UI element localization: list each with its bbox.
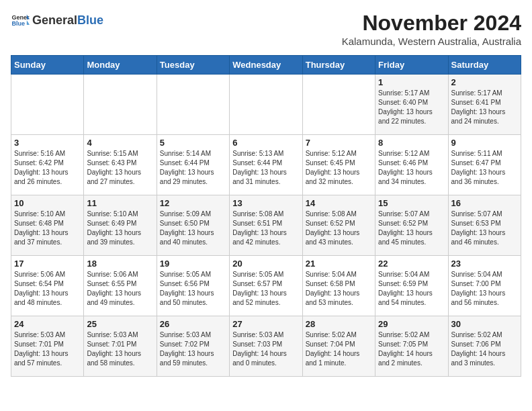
day-info: Sunrise: 5:03 AM Sunset: 7:01 PM Dayligh… <box>14 330 81 368</box>
day-cell: 19Sunrise: 5:05 AM Sunset: 6:56 PM Dayli… <box>157 256 229 316</box>
day-info: Sunrise: 5:04 AM Sunset: 7:00 PM Dayligh… <box>451 270 518 308</box>
day-number: 28 <box>306 319 372 329</box>
day-header-saturday: Saturday <box>448 56 521 75</box>
day-info: Sunrise: 5:08 AM Sunset: 6:52 PM Dayligh… <box>306 210 372 247</box>
day-cell: 10Sunrise: 5:10 AM Sunset: 6:48 PM Dayli… <box>11 195 84 256</box>
day-info: Sunrise: 5:05 AM Sunset: 6:57 PM Dayligh… <box>232 270 299 308</box>
day-cell: 20Sunrise: 5:05 AM Sunset: 6:57 PM Dayli… <box>230 256 302 316</box>
day-info: Sunrise: 5:11 AM Sunset: 6:47 PM Dayligh… <box>451 149 518 187</box>
day-cell <box>230 75 302 135</box>
day-header-monday: Monday <box>84 56 157 75</box>
day-cell: 3Sunrise: 5:16 AM Sunset: 6:42 PM Daylig… <box>11 135 84 195</box>
title-area: November 2024 Kalamunda, Western Austral… <box>342 11 521 47</box>
day-number: 17 <box>14 259 81 269</box>
day-info: Sunrise: 5:03 AM Sunset: 7:01 PM Dayligh… <box>87 330 153 368</box>
day-cell: 6Sunrise: 5:13 AM Sunset: 6:44 PM Daylig… <box>230 135 302 195</box>
day-info: Sunrise: 5:15 AM Sunset: 6:43 PM Dayligh… <box>87 149 153 187</box>
day-cell <box>84 75 157 135</box>
day-info: Sunrise: 5:14 AM Sunset: 6:44 PM Dayligh… <box>160 149 226 187</box>
day-cell: 18Sunrise: 5:06 AM Sunset: 6:55 PM Dayli… <box>84 256 157 316</box>
week-row-5: 24Sunrise: 5:03 AM Sunset: 7:01 PM Dayli… <box>11 316 521 377</box>
day-number: 12 <box>160 198 226 208</box>
day-cell: 27Sunrise: 5:03 AM Sunset: 7:03 PM Dayli… <box>230 316 302 377</box>
day-cell: 2Sunrise: 5:17 AM Sunset: 6:41 PM Daylig… <box>448 75 521 135</box>
day-info: Sunrise: 5:10 AM Sunset: 6:49 PM Dayligh… <box>87 210 153 247</box>
day-cell: 30Sunrise: 5:02 AM Sunset: 7:06 PM Dayli… <box>448 316 521 377</box>
day-info: Sunrise: 5:02 AM Sunset: 7:04 PM Dayligh… <box>306 330 372 368</box>
day-info: Sunrise: 5:07 AM Sunset: 6:53 PM Dayligh… <box>451 210 518 247</box>
day-number: 11 <box>87 198 153 208</box>
day-cell: 11Sunrise: 5:10 AM Sunset: 6:49 PM Dayli… <box>84 195 157 256</box>
day-number: 23 <box>451 259 518 269</box>
day-number: 27 <box>232 319 299 329</box>
logo: General Blue GeneralBlue <box>11 11 103 30</box>
day-cell: 17Sunrise: 5:06 AM Sunset: 6:54 PM Dayli… <box>11 256 84 316</box>
day-cell: 21Sunrise: 5:04 AM Sunset: 6:58 PM Dayli… <box>302 256 375 316</box>
day-cell: 4Sunrise: 5:15 AM Sunset: 6:43 PM Daylig… <box>84 135 157 195</box>
day-number: 5 <box>160 138 226 148</box>
day-cell: 16Sunrise: 5:07 AM Sunset: 6:53 PM Dayli… <box>448 195 521 256</box>
day-cell: 22Sunrise: 5:04 AM Sunset: 6:59 PM Dayli… <box>375 256 448 316</box>
day-header-wednesday: Wednesday <box>230 56 302 75</box>
day-cell: 13Sunrise: 5:08 AM Sunset: 6:51 PM Dayli… <box>230 195 302 256</box>
week-row-2: 3Sunrise: 5:16 AM Sunset: 6:42 PM Daylig… <box>11 135 521 195</box>
day-number: 24 <box>14 319 81 329</box>
day-cell: 1Sunrise: 5:17 AM Sunset: 6:40 PM Daylig… <box>375 75 448 135</box>
day-number: 29 <box>378 319 445 329</box>
day-number: 2 <box>451 77 518 87</box>
day-info: Sunrise: 5:02 AM Sunset: 7:05 PM Dayligh… <box>378 330 445 368</box>
day-number: 30 <box>451 319 518 329</box>
day-number: 7 <box>306 138 372 148</box>
day-cell <box>302 75 375 135</box>
day-cell: 24Sunrise: 5:03 AM Sunset: 7:01 PM Dayli… <box>11 316 84 377</box>
day-cell: 23Sunrise: 5:04 AM Sunset: 7:00 PM Dayli… <box>448 256 521 316</box>
day-header-thursday: Thursday <box>302 56 375 75</box>
day-header-friday: Friday <box>375 56 448 75</box>
day-number: 22 <box>378 259 445 269</box>
day-number: 26 <box>160 319 226 329</box>
svg-text:Blue: Blue <box>11 20 25 27</box>
day-number: 15 <box>378 198 445 208</box>
day-number: 8 <box>378 138 445 148</box>
day-info: Sunrise: 5:05 AM Sunset: 6:56 PM Dayligh… <box>160 270 226 308</box>
week-row-4: 17Sunrise: 5:06 AM Sunset: 6:54 PM Dayli… <box>11 256 521 316</box>
day-info: Sunrise: 5:06 AM Sunset: 6:54 PM Dayligh… <box>14 270 81 308</box>
logo-icon: General Blue <box>11 11 30 30</box>
day-cell: 5Sunrise: 5:14 AM Sunset: 6:44 PM Daylig… <box>157 135 229 195</box>
day-number: 14 <box>306 198 372 208</box>
day-number: 13 <box>232 198 299 208</box>
page-subtitle: Kalamunda, Western Australia, Australia <box>342 36 521 47</box>
day-info: Sunrise: 5:17 AM Sunset: 6:40 PM Dayligh… <box>378 89 445 126</box>
day-info: Sunrise: 5:10 AM Sunset: 6:48 PM Dayligh… <box>14 210 81 247</box>
day-cell: 12Sunrise: 5:09 AM Sunset: 6:50 PM Dayli… <box>157 195 229 256</box>
day-number: 3 <box>14 138 81 148</box>
day-info: Sunrise: 5:04 AM Sunset: 6:58 PM Dayligh… <box>306 270 372 308</box>
day-header-tuesday: Tuesday <box>157 56 229 75</box>
day-header-sunday: Sunday <box>11 56 84 75</box>
day-info: Sunrise: 5:07 AM Sunset: 6:52 PM Dayligh… <box>378 210 445 247</box>
day-cell: 25Sunrise: 5:03 AM Sunset: 7:01 PM Dayli… <box>84 316 157 377</box>
day-info: Sunrise: 5:06 AM Sunset: 6:55 PM Dayligh… <box>87 270 153 308</box>
day-cell: 8Sunrise: 5:12 AM Sunset: 6:46 PM Daylig… <box>375 135 448 195</box>
page-title: November 2024 <box>342 11 521 36</box>
day-cell: 9Sunrise: 5:11 AM Sunset: 6:47 PM Daylig… <box>448 135 521 195</box>
day-cell: 28Sunrise: 5:02 AM Sunset: 7:04 PM Dayli… <box>302 316 375 377</box>
day-number: 6 <box>232 138 299 148</box>
day-info: Sunrise: 5:13 AM Sunset: 6:44 PM Dayligh… <box>232 149 299 187</box>
day-cell: 15Sunrise: 5:07 AM Sunset: 6:52 PM Dayli… <box>375 195 448 256</box>
day-info: Sunrise: 5:02 AM Sunset: 7:06 PM Dayligh… <box>451 330 518 368</box>
day-cell: 26Sunrise: 5:03 AM Sunset: 7:02 PM Dayli… <box>157 316 229 377</box>
day-cell <box>11 75 84 135</box>
day-cell: 14Sunrise: 5:08 AM Sunset: 6:52 PM Dayli… <box>302 195 375 256</box>
day-cell: 7Sunrise: 5:12 AM Sunset: 6:45 PM Daylig… <box>302 135 375 195</box>
day-cell: 29Sunrise: 5:02 AM Sunset: 7:05 PM Dayli… <box>375 316 448 377</box>
day-info: Sunrise: 5:09 AM Sunset: 6:50 PM Dayligh… <box>160 210 226 247</box>
day-info: Sunrise: 5:08 AM Sunset: 6:51 PM Dayligh… <box>232 210 299 247</box>
day-number: 16 <box>451 198 518 208</box>
header: General Blue GeneralBlue November 2024 K… <box>11 11 521 47</box>
day-number: 9 <box>451 138 518 148</box>
day-info: Sunrise: 5:12 AM Sunset: 6:45 PM Dayligh… <box>306 149 372 187</box>
day-info: Sunrise: 5:17 AM Sunset: 6:41 PM Dayligh… <box>451 89 518 126</box>
day-number: 25 <box>87 319 153 329</box>
day-cell <box>157 75 229 135</box>
